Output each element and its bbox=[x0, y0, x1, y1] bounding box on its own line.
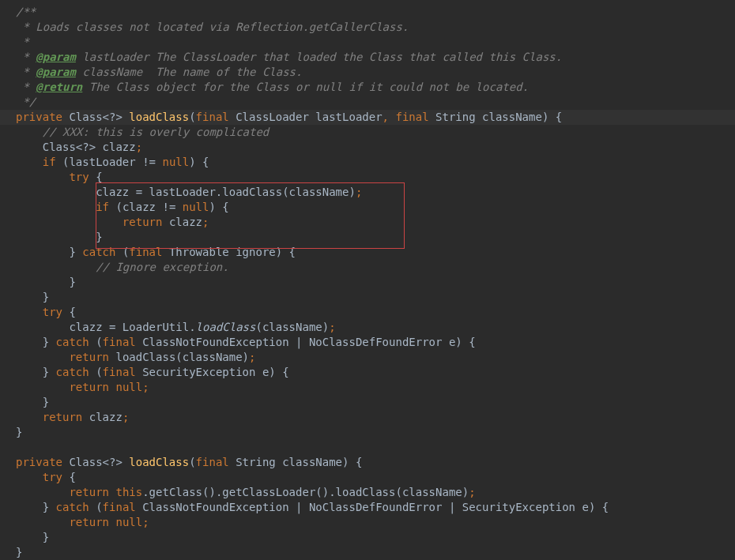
code-token: Class<?> bbox=[69, 111, 129, 123]
code-token: try bbox=[69, 171, 96, 183]
code-token: { bbox=[69, 306, 75, 318]
code-line[interactable]: private Class<?> loadClass(final ClassLo… bbox=[0, 110, 735, 125]
code-line[interactable]: // Ignore exception. bbox=[0, 260, 735, 275]
code-token: catch bbox=[56, 501, 96, 513]
code-line[interactable]: } catch (final Throwable ignore) { bbox=[0, 245, 735, 260]
code-token: @param bbox=[36, 66, 76, 78]
code-line[interactable]: Class<?> clazz; bbox=[0, 140, 735, 155]
code-token: ) { bbox=[455, 336, 475, 348]
code-line[interactable]: } bbox=[0, 230, 735, 245]
code-token: * bbox=[16, 81, 36, 93]
code-token: lastLoader The ClassLoader that loaded t… bbox=[76, 51, 562, 63]
code-line[interactable]: return clazz; bbox=[0, 215, 735, 230]
code-token: Class<?> bbox=[69, 456, 129, 468]
code-line[interactable]: * @param className The name of the Class… bbox=[0, 65, 735, 80]
code-token: final bbox=[196, 111, 236, 123]
code-editor[interactable]: /** * Loads classes not located via Refl… bbox=[0, 0, 735, 560]
code-token: ( bbox=[96, 501, 102, 513]
code-line[interactable]: } catch (final ClassNotFoundException | … bbox=[0, 500, 735, 515]
code-line[interactable]: private Class<?> loadClass(final String … bbox=[0, 455, 735, 470]
code-token: @param bbox=[36, 51, 76, 63]
code-line[interactable]: } bbox=[0, 545, 735, 560]
code-line[interactable]: return null; bbox=[0, 380, 735, 395]
code-line[interactable]: if (clazz != null) { bbox=[0, 200, 735, 215]
code-token: } bbox=[43, 336, 56, 348]
code-token: ; bbox=[136, 141, 142, 153]
code-line[interactable]: } catch (final SecurityException e) { bbox=[0, 365, 735, 380]
code-token: ; bbox=[356, 186, 362, 198]
code-token: loadClass bbox=[129, 111, 189, 123]
code-token: ClassLoader lastLoader bbox=[236, 111, 382, 123]
code-line[interactable]: return loadClass(className); bbox=[0, 350, 735, 365]
code-line[interactable]: } bbox=[0, 275, 735, 290]
code-line[interactable]: } bbox=[0, 395, 735, 410]
code-token: ; bbox=[329, 321, 335, 333]
code-token: @return bbox=[36, 81, 82, 93]
code-token: ClassNotFoundException | NoClassDefFound… bbox=[142, 336, 455, 348]
code-token: null bbox=[183, 201, 209, 213]
code-line[interactable]: try { bbox=[0, 170, 735, 185]
code-token: catch bbox=[82, 246, 122, 258]
code-token: return bbox=[69, 486, 115, 498]
code-token: String className bbox=[236, 456, 342, 468]
code-line[interactable]: } bbox=[0, 425, 735, 440]
code-token: return bbox=[69, 351, 115, 363]
code-token: private bbox=[16, 456, 69, 468]
code-token: clazz = LoaderUtil. bbox=[69, 321, 195, 333]
code-line[interactable]: * @param lastLoader The ClassLoader that… bbox=[0, 50, 735, 65]
code-token: } bbox=[43, 501, 56, 513]
code-token: ; bbox=[469, 486, 475, 498]
code-token: return bbox=[69, 516, 115, 528]
code-token: * bbox=[16, 51, 36, 63]
code-token: } bbox=[43, 291, 49, 303]
code-line[interactable]: */ bbox=[0, 95, 735, 110]
code-token: ) { bbox=[269, 366, 288, 378]
code-token: (className) bbox=[255, 321, 329, 333]
code-token: } bbox=[69, 246, 82, 258]
code-token: catch bbox=[56, 366, 96, 378]
code-token: ClassNotFoundException | NoClassDefFound… bbox=[142, 501, 589, 513]
code-line[interactable]: * @return The Class object for the Class… bbox=[0, 80, 735, 95]
code-line[interactable]: if (lastLoader != null) { bbox=[0, 155, 735, 170]
code-line[interactable]: return this.getClass().getClassLoader().… bbox=[0, 485, 735, 500]
code-token: ) { bbox=[342, 456, 362, 468]
code-line[interactable]: try { bbox=[0, 305, 735, 320]
code-line[interactable]: clazz = lastLoader.loadClass(className); bbox=[0, 185, 735, 200]
code-line[interactable]: } bbox=[0, 290, 735, 305]
code-line[interactable]: clazz = LoaderUtil.loadClass(className); bbox=[0, 320, 735, 335]
code-token: The Class object for the Class or null i… bbox=[82, 81, 529, 93]
code-token: final bbox=[103, 336, 143, 348]
code-token: ) { bbox=[589, 501, 609, 513]
code-token: final bbox=[103, 501, 143, 513]
code-line[interactable]: } bbox=[0, 530, 735, 545]
code-line[interactable]: * Loads classes not located via Reflecti… bbox=[0, 20, 735, 35]
code-line[interactable]: // XXX: this is overly complicated bbox=[0, 125, 735, 140]
code-token: if bbox=[96, 201, 115, 213]
code-line[interactable]: } catch (final ClassNotFoundException | … bbox=[0, 335, 735, 350]
code-token: .getClass().getClassLoader().loadClass(c… bbox=[142, 486, 469, 498]
code-token: */ bbox=[16, 96, 36, 108]
code-token: ; bbox=[122, 411, 129, 423]
code-token: } bbox=[69, 276, 75, 288]
code-token: className The name of the Class. bbox=[76, 66, 303, 78]
code-token: loadClass(className) bbox=[115, 351, 249, 363]
code-token: String className bbox=[435, 111, 542, 123]
code-token: null bbox=[115, 516, 142, 528]
code-line[interactable]: /** bbox=[0, 5, 735, 20]
code-token: } bbox=[43, 396, 49, 408]
code-token: // Ignore exception. bbox=[96, 261, 229, 273]
code-token: final bbox=[395, 111, 435, 123]
code-token: (clazz != bbox=[115, 201, 182, 213]
code-token: ) { bbox=[189, 156, 209, 168]
code-token: } bbox=[16, 426, 22, 438]
code-line[interactable]: try { bbox=[0, 470, 735, 485]
code-token: final bbox=[196, 456, 236, 468]
code-token: ) { bbox=[209, 201, 228, 213]
code-line[interactable]: * bbox=[0, 35, 735, 50]
code-token: return bbox=[69, 381, 115, 393]
code-line[interactable]: return clazz; bbox=[0, 410, 735, 425]
code-token: ; bbox=[202, 216, 209, 228]
code-line[interactable]: return null; bbox=[0, 515, 735, 530]
code-token: return bbox=[122, 216, 169, 228]
code-line[interactable] bbox=[0, 440, 735, 455]
